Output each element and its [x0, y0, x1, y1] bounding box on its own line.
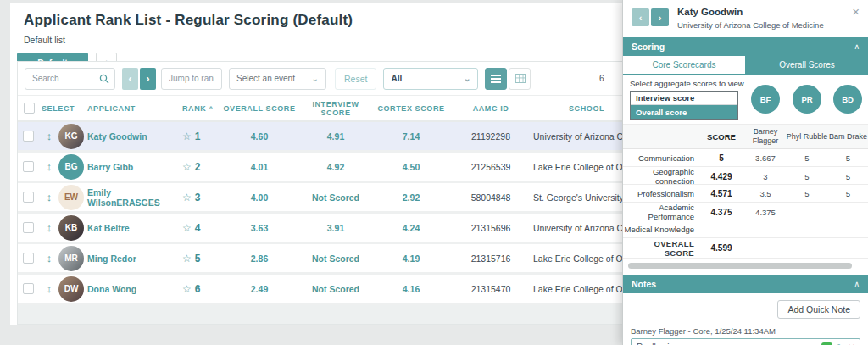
- chevron-down-icon: ⌄: [312, 74, 319, 83]
- applicant-name-link[interactable]: Kat Beltre: [87, 223, 172, 233]
- reset-button[interactable]: Reset: [335, 68, 376, 90]
- prev-applicant-button[interactable]: ‹: [632, 8, 649, 26]
- row-checkbox[interactable]: [23, 253, 34, 264]
- applicant-name-link[interactable]: Barry Gibb: [87, 162, 172, 172]
- notes-body: Add Quick Note Barney Flagger - Core, 1/…: [623, 293, 868, 345]
- scorer-avatar: BF: [751, 85, 780, 114]
- score-row: Academic Performance 4.375 4.375: [623, 203, 868, 220]
- add-quick-note-button[interactable]: Add Quick Note: [777, 300, 860, 319]
- star-icon[interactable]: ☆: [182, 131, 192, 142]
- avatar: KB: [58, 215, 84, 241]
- star-icon[interactable]: ☆: [182, 192, 192, 203]
- collapse-icon[interactable]: ∧: [854, 42, 860, 51]
- tab-core-scorecards[interactable]: Core Scorecards: [623, 56, 746, 74]
- prev-page-button[interactable]: ‹: [122, 68, 138, 90]
- avatar: EW: [58, 185, 84, 210]
- row-checkbox[interactable]: [23, 222, 34, 233]
- scorer-score: 5: [786, 189, 828, 198]
- scorer-avatar: BD: [833, 85, 862, 114]
- scorer-avatar: PR: [793, 85, 821, 114]
- drag-handle-icon[interactable]: ↕: [42, 160, 57, 173]
- option-interview-score[interactable]: Interview score: [631, 92, 737, 105]
- scorer-score: 5: [786, 153, 828, 163]
- overall-score: 2.49: [221, 284, 298, 294]
- score-column-header: SCORE: [698, 132, 745, 142]
- drag-handle-icon[interactable]: ↕: [42, 221, 57, 234]
- avatar: KG: [58, 124, 84, 149]
- option-overall-score[interactable]: Overall score: [631, 105, 737, 119]
- grid-view-icon: [515, 74, 526, 83]
- row-checkbox[interactable]: [23, 283, 34, 294]
- event-select[interactable]: Select an event ⌄: [229, 68, 326, 90]
- applicant-name-link[interactable]: Emily WilsonERASGES: [87, 187, 172, 208]
- notes-section-header[interactable]: Notes ∧: [623, 275, 868, 293]
- filter-select[interactable]: All ⌄: [383, 68, 478, 90]
- applicant-name-link[interactable]: Dona Wong: [87, 284, 172, 294]
- interview-score: Not Scored: [298, 192, 374, 203]
- row-checkbox[interactable]: [23, 192, 34, 203]
- panel-applicant-name: Katy Goodwin: [677, 7, 824, 17]
- rank-value: 1: [195, 131, 201, 142]
- score-row: Professionalism 4.571 3.5 5 5: [623, 185, 868, 203]
- next-applicant-button[interactable]: ›: [651, 8, 669, 26]
- collapse-icon[interactable]: ∧: [854, 280, 860, 288]
- overall-score-row: OVERALL SCORE 4.599: [623, 238, 868, 259]
- grid-view-button[interactable]: [509, 68, 531, 90]
- jump-to-rank-input[interactable]: [161, 68, 222, 90]
- scorer-score: 5: [828, 189, 868, 198]
- aamc-id: 21315696: [448, 223, 533, 233]
- applicant-detail-panel: ‹ › Katy Goodwin University of Arizona C…: [622, 0, 868, 345]
- drag-handle-icon[interactable]: ↕: [42, 130, 57, 142]
- row-checkbox[interactable]: [23, 131, 34, 142]
- aamc-id: 21192298: [448, 131, 533, 142]
- aggregate-score-picker: Select aggregate scores to view Intervie…: [623, 75, 868, 124]
- scorer-score: 5: [828, 153, 868, 163]
- star-icon[interactable]: ☆: [182, 253, 192, 264]
- aggregate-label: Select aggregate scores to view: [630, 79, 861, 88]
- drag-handle-icon[interactable]: ↕: [42, 282, 57, 295]
- scoring-section-header[interactable]: Scoring ∧: [623, 37, 868, 56]
- row-checkbox[interactable]: [23, 161, 34, 172]
- list-view-button[interactable]: [485, 68, 507, 90]
- tab-overall-scores[interactable]: Overall Scores: [746, 56, 868, 74]
- scorer-score: 3.5: [745, 189, 786, 198]
- scorer-name: Phyl Rubble: [786, 131, 828, 143]
- cortex-score: 2.92: [374, 192, 448, 203]
- next-page-button[interactable]: ›: [140, 68, 156, 90]
- aamc-id: 21315470: [448, 284, 533, 294]
- cortex-score: 4.16: [374, 284, 448, 294]
- col-select: SELECT: [42, 104, 87, 113]
- score-row-label: Communication: [623, 153, 698, 163]
- col-interview-score: INTERVIEW SCORE: [298, 100, 374, 117]
- scorer-score: 5: [786, 172, 828, 181]
- drag-handle-icon[interactable]: ↕: [42, 252, 57, 264]
- star-icon[interactable]: ☆: [182, 222, 192, 234]
- select-all-checkbox[interactable]: [24, 103, 35, 114]
- rank-pagination: ‹ ›: [122, 68, 156, 90]
- score-row-label: Geographic connection: [623, 167, 698, 186]
- aamc-id: 58004848: [448, 192, 533, 203]
- scorer-name: Bam Drake: [828, 131, 868, 143]
- score-row-label: OVERALL SCORE: [623, 239, 698, 258]
- rank-value: 4: [195, 222, 201, 234]
- horizontal-scrollbar[interactable]: [628, 263, 852, 269]
- star-icon[interactable]: ☆: [182, 161, 192, 173]
- cortex-score: 4.50: [374, 162, 448, 172]
- aggregate-score: 5: [698, 153, 745, 163]
- score-table-header: SCORE Barney Flagger Phyl Rubble Bam Dra…: [623, 124, 868, 149]
- scoring-title: Scoring: [632, 42, 665, 52]
- col-cortex-score: CORTEX SCORE: [374, 104, 448, 113]
- interview-score: 4.92: [298, 162, 374, 172]
- drag-handle-icon[interactable]: ↕: [42, 191, 57, 203]
- applicant-name-link[interactable]: Ming Redor: [87, 253, 172, 264]
- scorer-score: 3: [745, 172, 786, 181]
- col-rank[interactable]: RANK^: [172, 104, 221, 113]
- rank-value: 3: [195, 192, 201, 203]
- applicant-name-link[interactable]: Katy Goodwin: [87, 131, 172, 142]
- scorer-score: 3.667: [745, 153, 786, 163]
- cortex-score: 4.24: [374, 223, 448, 233]
- note-item[interactable]: Really nice person. ✎ ×: [631, 338, 860, 345]
- close-icon[interactable]: ×: [852, 5, 860, 18]
- aggregate-score: 4.599: [698, 243, 745, 253]
- star-icon[interactable]: ☆: [182, 283, 192, 295]
